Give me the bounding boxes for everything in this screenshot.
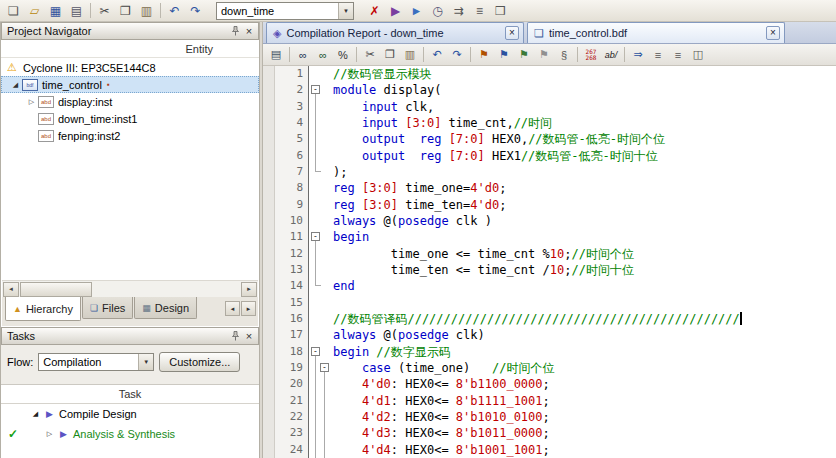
code-line: 8reg [3:0] time_one=4'd0; bbox=[263, 180, 836, 196]
tree-item-display-inst[interactable]: ▷abddisplay:inst bbox=[1, 93, 259, 110]
hierarchy-icon: ▲ bbox=[13, 304, 22, 314]
entity-dropdown[interactable]: down_time bbox=[216, 2, 354, 20]
scroll-right-icon[interactable] bbox=[241, 282, 257, 297]
close-icon[interactable] bbox=[242, 330, 256, 343]
paste-icon[interactable]: ▥ bbox=[136, 1, 157, 20]
stop-processing-icon[interactable]: ✗ bbox=[364, 1, 385, 20]
print-icon[interactable]: ▤ bbox=[266, 45, 286, 64]
code-text: input clk, bbox=[329, 99, 836, 115]
cut-icon[interactable]: ✂ bbox=[94, 1, 115, 20]
attach-icon[interactable]: § bbox=[554, 45, 574, 64]
dropdown-arrow-icon[interactable] bbox=[338, 3, 353, 19]
copy-icon[interactable]: ❐ bbox=[380, 45, 400, 64]
navigator-tab-design[interactable]: ▦Design bbox=[134, 297, 197, 319]
expanded-arrow-icon[interactable]: ◢ bbox=[9, 81, 22, 89]
close-tab-icon[interactable] bbox=[766, 26, 780, 40]
task-row-analysis-synthesis[interactable]: ✓▷▶Analysis & Synthesis bbox=[1, 424, 259, 444]
horizontal-scrollbar[interactable] bbox=[2, 280, 258, 297]
editor-margin bbox=[263, 246, 275, 262]
collapsed-arrow-icon[interactable]: ▷ bbox=[25, 98, 38, 106]
close-icon[interactable] bbox=[242, 25, 256, 38]
start-compilation-icon[interactable]: ▶ bbox=[385, 1, 406, 20]
task-row-compile-design[interactable]: ◢▶Compile Design bbox=[1, 404, 259, 424]
fold-collapse-icon[interactable]: - bbox=[311, 347, 320, 356]
tree-item-cyclone-iii-ep3c5e144c8[interactable]: ⚠Cyclone III: EP3C5E144C8 bbox=[1, 59, 259, 76]
next-bookmark-icon[interactable]: ⚑ bbox=[494, 45, 514, 64]
main-toolbar: ❏▱▦▤✂❐▥↶↷ down_time ✗▶►◷⇉≡❒ bbox=[0, 0, 836, 22]
find-icon[interactable]: ∞ bbox=[293, 45, 313, 64]
redo-icon[interactable]: ↷ bbox=[447, 45, 467, 64]
code-line: 5 output reg [7:0] HEX0,//数码管-低亮-时间个位 bbox=[263, 131, 836, 147]
tree-item-time-control[interactable]: ◢bdftime_control▪ bbox=[1, 76, 259, 93]
find-next-icon[interactable]: ∞ bbox=[313, 45, 333, 64]
indent-icon[interactable]: ≡ bbox=[648, 45, 668, 64]
scroll-left-icon[interactable] bbox=[3, 282, 19, 297]
code-line: 12 time_one <= time_cnt %10;//时间个位 bbox=[263, 246, 836, 262]
navigator-tab-hierarchy[interactable]: ▲Hierarchy bbox=[5, 297, 81, 321]
code-text: 4'd3: HEX0<= 8'b1011_0000; bbox=[329, 425, 836, 441]
paste-icon[interactable]: ▥ bbox=[400, 45, 420, 64]
cut-icon[interactable]: ✂ bbox=[360, 45, 380, 64]
redo-icon[interactable]: ↷ bbox=[185, 1, 206, 20]
open-file-icon[interactable]: ▱ bbox=[24, 1, 45, 20]
line-numbers-toggle-icon[interactable]: 267268 bbox=[581, 45, 601, 64]
start-analysis-icon[interactable]: ► bbox=[406, 1, 427, 20]
clear-bookmarks-icon[interactable]: ⚑ bbox=[534, 45, 554, 64]
line-number: 15 bbox=[275, 295, 309, 311]
print-icon[interactable]: ▤ bbox=[66, 1, 87, 20]
toggle-bookmark-icon[interactable]: ⚑ bbox=[474, 45, 494, 64]
replace-icon[interactable]: % bbox=[333, 45, 353, 64]
dropdown-arrow-icon[interactable] bbox=[138, 354, 153, 370]
tab-scroll-right-icon[interactable]: ► bbox=[241, 301, 256, 316]
editor-margin bbox=[263, 115, 275, 131]
line-number: 14 bbox=[275, 278, 309, 294]
undo-icon[interactable]: ↶ bbox=[427, 45, 447, 64]
editor-margin bbox=[263, 164, 275, 180]
fold-collapse-icon[interactable]: - bbox=[311, 85, 320, 94]
programmer-icon[interactable]: ⇉ bbox=[448, 1, 469, 20]
document-tab-compilation-report-down-time[interactable]: ◈Compilation Report - down_time bbox=[266, 22, 524, 43]
project-navigator-titlebar: Project Navigator bbox=[1, 22, 259, 40]
undo-icon[interactable]: ↶ bbox=[164, 1, 185, 20]
entity-dropdown-value: down_time bbox=[217, 5, 338, 17]
copy-icon[interactable]: ❐ bbox=[115, 1, 136, 20]
code-text: //数码管译码/////////////////////////////////… bbox=[329, 311, 836, 327]
fold-column bbox=[309, 66, 329, 82]
goto-icon[interactable]: ⇒ bbox=[628, 45, 648, 64]
navigator-tabs: ▲Hierarchy❏Files▦Design◄► bbox=[2, 297, 258, 326]
scrollbar-thumb[interactable] bbox=[20, 282, 92, 297]
fold-line bbox=[324, 393, 325, 409]
close-tab-icon[interactable] bbox=[505, 26, 519, 40]
document-tab-time-control-bdf[interactable]: ❏time_control.bdf bbox=[527, 22, 785, 43]
collapsed-arrow-icon[interactable]: ▷ bbox=[43, 430, 56, 438]
navigator-tab-files[interactable]: ❏Files bbox=[82, 297, 133, 319]
outdent-icon[interactable]: ≡ bbox=[668, 45, 688, 64]
timing-analyzer-icon[interactable]: ◷ bbox=[427, 1, 448, 20]
code-line: 18-begin //数字显示码 bbox=[263, 344, 836, 360]
new-file-icon[interactable]: ❏ bbox=[3, 1, 24, 20]
fold-collapse-icon[interactable]: - bbox=[320, 363, 329, 372]
fold-line bbox=[315, 409, 316, 425]
code-editor[interactable]: 1//数码管显示模块2-module display(3 input clk,4… bbox=[263, 66, 836, 458]
customize-button[interactable]: Customize... bbox=[159, 352, 240, 372]
code-line: 16//数码管译码///////////////////////////////… bbox=[263, 311, 836, 327]
split-window-icon[interactable]: ◫ bbox=[688, 45, 708, 64]
tab-scroll-left-icon[interactable]: ◄ bbox=[225, 301, 240, 316]
expanded-arrow-icon[interactable]: ◢ bbox=[29, 410, 42, 418]
fold-line bbox=[315, 376, 316, 392]
line-number: 23 bbox=[275, 425, 309, 441]
code-text: reg [3:0] time_ten=4'd0; bbox=[329, 197, 836, 213]
netlist-viewer-icon[interactable]: ≡ bbox=[469, 1, 490, 20]
flow-dropdown[interactable]: Compilation bbox=[38, 353, 154, 371]
previous-bookmark-icon[interactable]: ⚑ bbox=[514, 45, 534, 64]
comment-toggle-icon[interactable]: ab/ bbox=[601, 45, 621, 64]
tree-item-down-time-inst1[interactable]: abddown_time:inst1 bbox=[1, 110, 259, 127]
pin-icon[interactable] bbox=[228, 330, 242, 343]
code-text: ); bbox=[329, 164, 836, 180]
fold-collapse-icon[interactable]: - bbox=[311, 232, 320, 241]
save-icon[interactable]: ▦ bbox=[45, 1, 66, 20]
new-window-icon[interactable]: ❒ bbox=[490, 1, 511, 20]
code-line: 2-module display( bbox=[263, 82, 836, 98]
pin-icon[interactable] bbox=[228, 25, 242, 38]
tree-item-fenping-inst2[interactable]: abdfenping:inst2 bbox=[1, 127, 259, 144]
